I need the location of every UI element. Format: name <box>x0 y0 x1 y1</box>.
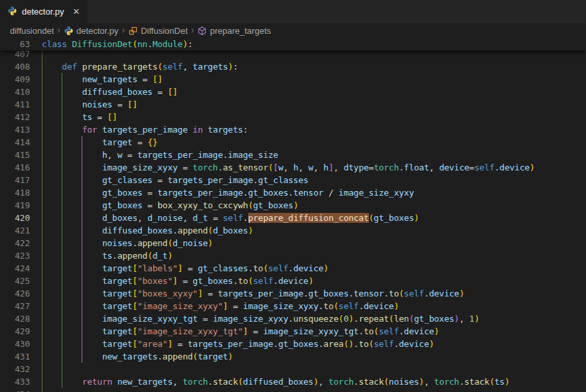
line-number: 419 <box>0 199 30 212</box>
code-line-410[interactable]: 410 diffused_boxes = [] <box>0 86 586 98</box>
code-line-430[interactable]: 430 target["area"] = targets_per_image.g… <box>0 338 586 350</box>
code-token: self <box>223 213 243 223</box>
code-token: = <box>178 276 193 286</box>
code-token: device <box>500 163 530 172</box>
code-token: image_size <box>228 150 278 160</box>
code-line-423[interactable]: 423 ts.append(d_t) <box>0 249 586 262</box>
line-number: 417 <box>0 174 30 186</box>
code-line-414[interactable]: 414 target = {} <box>0 136 586 149</box>
code-token: . <box>348 289 354 298</box>
code-token: to <box>389 289 399 298</box>
breadcrumb-item-detector-py[interactable]: detector.py <box>64 26 119 36</box>
tab-detector-py[interactable]: detector.py ✕ <box>0 0 88 23</box>
code-token: [ <box>132 289 137 298</box>
code-token: "boxes_xyxy" <box>137 289 198 298</box>
code-line-418[interactable]: 418 gt_boxes = targets_per_image.gt_boxe… <box>0 186 586 199</box>
code-token: : <box>243 125 248 135</box>
code-token: tensor <box>354 289 384 298</box>
code-line-419[interactable]: 419 gt_boxes = box_xyxy_to_cxcywh(gt_box… <box>0 199 586 212</box>
code-token <box>42 137 102 147</box>
code-token: noises <box>82 99 112 109</box>
line-number: 414 <box>0 136 30 149</box>
code-token: = <box>153 175 168 185</box>
code-token: self <box>268 263 288 273</box>
code-line-416[interactable]: 416 image_size_xyxy = torch.as_tensor([w… <box>0 161 586 174</box>
code-token: gt_boxes <box>309 289 349 298</box>
code-line-426[interactable]: 426 target["boxes_xyxy"] = targets_per_i… <box>0 287 586 300</box>
code-line-425[interactable]: 425 target["boxes"] = gt_boxes.to(self.d… <box>0 275 586 287</box>
code-line-434[interactable]: 434 <box>0 388 586 392</box>
sticky-scroll-line[interactable]: 63class DiffusionDet(nn.Module): <box>0 38 586 50</box>
code-token: ( <box>238 377 244 387</box>
line-number: 427 <box>0 300 30 312</box>
breadcrumb-item-prepare-targets[interactable]: prepare_targets <box>197 26 271 36</box>
code-line-429[interactable]: 429 target["image_size_xyxy_tgt"] = imag… <box>0 325 586 338</box>
code-token: len <box>394 314 409 324</box>
code-line-424[interactable]: 424 target["labels"] = gt_classes.to(sel… <box>0 262 586 275</box>
line-number: 420 <box>0 212 30 224</box>
code-token: ) <box>394 301 399 311</box>
code-token: . <box>273 339 279 349</box>
code-editor[interactable]: 407408 def prepare_targets(self, targets… <box>0 38 586 392</box>
breadcrumb-separator: › <box>122 25 125 35</box>
code-token: ( <box>157 62 163 72</box>
code-token: self <box>338 301 358 311</box>
code-line-412[interactable]: 412 ts = [] <box>0 111 586 123</box>
code-line-417[interactable]: 417 gt_classes = targets_per_image.gt_cl… <box>0 174 586 186</box>
code-token: ] <box>167 339 173 349</box>
code-token: "image_size_xyxy" <box>137 301 223 311</box>
code-token: ( <box>384 377 389 387</box>
code-token: device <box>293 263 323 273</box>
code-token: append <box>163 352 192 361</box>
code-line-411[interactable]: 411 noises = [] <box>0 98 586 111</box>
code-token: targets <box>208 125 243 135</box>
code-token: "boxes" <box>137 276 173 286</box>
line-number: 429 <box>0 325 30 338</box>
code-token: targets_per_image <box>218 289 303 298</box>
code-token: self <box>374 339 394 349</box>
code-line-427[interactable]: 427 target["image_size_xyxy"] = image_si… <box>0 300 586 312</box>
code-line-428[interactable]: 428 image_size_xyxy_tgt = image_size_xyx… <box>0 312 586 325</box>
line-number: 432 <box>0 363 30 375</box>
code-token: , <box>319 377 329 387</box>
code-token: area <box>323 339 343 349</box>
line-number: 434 <box>0 388 30 392</box>
close-icon[interactable]: ✕ <box>73 7 80 16</box>
line-number: 425 <box>0 275 30 287</box>
code-token: = <box>92 112 108 122</box>
code-token: noises <box>389 377 419 387</box>
code-token: repeat <box>358 314 388 324</box>
code-token: , <box>424 377 434 387</box>
code-token: tensor <box>293 188 323 198</box>
code-token: targets_per_image <box>188 339 273 349</box>
line-number: 430 <box>0 338 30 350</box>
code-token: = <box>122 150 137 160</box>
line-number: 63 <box>0 38 30 50</box>
code-token: ( <box>333 301 338 311</box>
code-line-422[interactable]: 422 noises.append(d_noise) <box>0 237 586 249</box>
code-line-408[interactable]: 408 def prepare_targets(self, targets): <box>0 60 586 73</box>
code-line-63[interactable]: 63class DiffusionDet(nn.Module): <box>0 38 586 50</box>
breadcrumb-item-diffusiondet[interactable]: DiffusionDet <box>128 26 188 36</box>
code-token: = <box>178 163 193 172</box>
code-line-421[interactable]: 421 diffused_boxes.append(d_boxes) <box>0 224 586 237</box>
code-token <box>42 200 102 210</box>
code-token: w <box>278 163 283 172</box>
code-line-413[interactable]: 413 for targets_per_image in targets: <box>0 123 586 136</box>
code-line-433[interactable]: 433 return new_targets, torch.stack(diff… <box>0 375 586 388</box>
code-line-432[interactable]: 432 <box>0 363 586 375</box>
code-token <box>42 276 102 286</box>
code-token: torch <box>192 163 218 172</box>
code-line-420[interactable]: 420 d_boxes, d_noise, d_t = self.prepare… <box>0 212 586 224</box>
code-token: ) <box>208 238 213 248</box>
code-line-409[interactable]: 409 new_targets = [] <box>0 73 586 86</box>
code-token: gt_boxes <box>248 188 289 198</box>
code-token: ( <box>208 226 213 235</box>
breadcrumb-item-diffusiondet[interactable]: diffusiondet <box>10 26 54 36</box>
code-token <box>42 125 82 135</box>
code-token: targets_per_image <box>137 150 223 160</box>
line-number: 424 <box>0 262 30 275</box>
code-line-431[interactable]: 431 new_targets.append(target) <box>0 350 586 363</box>
code-token: ] <box>243 326 248 336</box>
code-line-415[interactable]: 415 h, w = targets_per_image.image_size <box>0 149 586 161</box>
